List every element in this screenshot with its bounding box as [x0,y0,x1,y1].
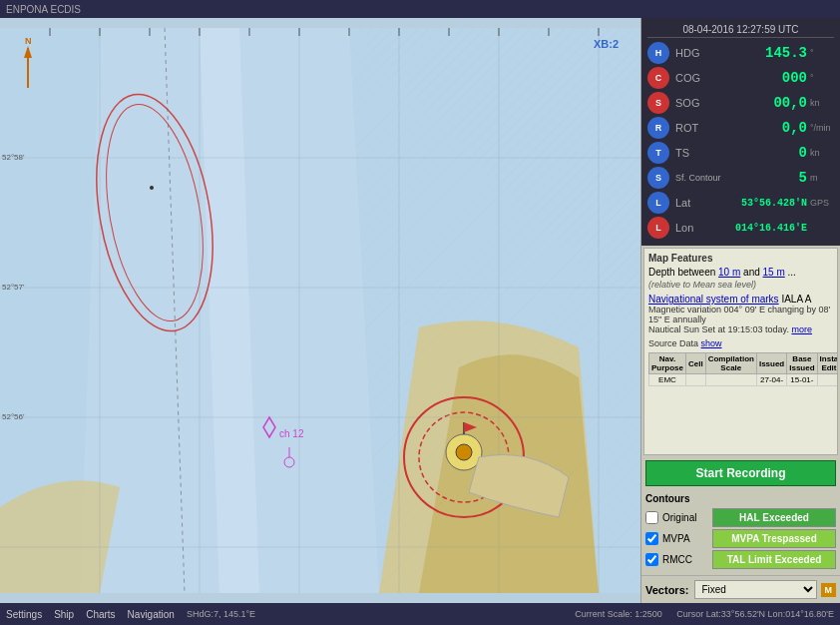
bottom-bar: Settings Ship Charts Navigation SHdG:7, … [0,603,840,625]
map-area[interactable]: N XB:2 ch 12 52°58' 52°57' [0,18,640,603]
main-area: N XB:2 ch 12 52°58' 52°57' [0,18,840,603]
relative-text: (relative to Mean sea level) [648,280,833,290]
sog-row: S SOG 00,0 kn [647,92,834,114]
lat-value: 53°56.428'N [735,198,807,209]
hdg-row: H HDG 145.3 ° [647,42,834,64]
cog-row: C COG 000 ° [647,67,834,89]
rot-unit: °/min [810,123,834,133]
mvpa-row: MVPA MVPA Trespassed [645,529,836,548]
rot-value: 0,0 [735,120,807,136]
sog-unit: kn [810,98,834,108]
svg-point-37 [456,444,472,460]
depth-from-link[interactable]: 10 m [718,267,740,278]
hdg-icon: H [647,42,669,64]
menu-navigation[interactable]: Navigation [128,609,175,620]
nav-label-link[interactable]: Navigational system of marks [648,294,779,305]
nav-variation: Magnetic variation 004° 09' E changing b… [648,305,833,324]
rmcc-checkbox[interactable] [645,553,658,566]
lat-unit: GPS [810,198,834,208]
col-cell: Cell [686,353,706,374]
lon-value: 014°16.416'E [735,223,807,234]
table-row: EMC 27-04- 15-01- [649,374,839,386]
current-scale: Current Scale: 1:2500 [575,609,662,619]
cursor-position: Cursor Lat:33°56.52'N Lon:014°16.80'E [676,609,834,619]
vectors-select[interactable]: Fixed [694,580,816,599]
col-base-issued: BaseIssued [787,353,817,374]
svg-text:N: N [25,36,32,46]
original-label: Original [662,512,712,523]
depth-line: Depth between 10 m and 15 m ... [648,267,833,278]
depth-to-link[interactable]: 15 m [763,267,785,278]
map-features-title: Map Features [648,253,833,264]
heading-status: SHdG:7, 145.1°E [187,609,255,620]
title-bar: ENPONA ECDIS [0,0,840,18]
datetime-display: 08-04-2016 12:27:59 UTC [647,22,834,38]
start-recording-button[interactable]: Start Recording [645,460,836,486]
nav-section: Navigational system of marks IALA A Magn… [648,294,833,334]
svg-text:52°57': 52°57' [2,283,25,292]
original-row: Original HAL Exceeded [645,508,836,527]
sfc-unit: m [810,173,834,183]
lat-icon: L [647,192,669,214]
sog-label: SOG [675,97,735,109]
rot-label: ROT [675,122,735,134]
right-panel: 08-04-2016 12:27:59 UTC H HDG 145.3 ° C … [640,18,840,603]
menu-settings[interactable]: Settings [6,609,42,620]
col-nav-purpose: Nav.Purpose [649,353,686,374]
mvpa-checkbox[interactable] [645,532,658,545]
lon-icon: L [647,217,669,239]
sfc-row: S Sf. Contour 5 m [647,167,834,189]
mvpa-label: MVPA [662,533,712,544]
instrument-panel: 08-04-2016 12:27:59 UTC H HDG 145.3 ° C … [641,18,840,246]
hdg-unit: ° [810,48,834,58]
sog-icon: S [647,92,669,114]
cog-value: 000 [735,70,807,86]
bottom-left: Settings Ship Charts Navigation SHdG:7, … [6,609,255,620]
ts-value: 0 [735,145,807,161]
sfc-icon: S [647,167,669,189]
tal-limit-button[interactable]: TAL Limit Exceeded [712,550,836,569]
vectors-m-icon: M [821,583,837,597]
lon-label: Lon [675,222,735,234]
app-title: ENPONA ECDIS [6,4,81,15]
more-link[interactable]: more [791,324,812,334]
contours-label: Contours [645,493,836,504]
nautical-chart: N XB:2 ch 12 52°58' 52°57' [0,18,640,603]
ts-label: TS [675,147,735,159]
menu-charts[interactable]: Charts [86,609,115,620]
hal-exceeded-button[interactable]: HAL Exceeded [712,508,836,527]
contours-section: Contours Original HAL Exceeded MVPA MVPA… [641,489,840,575]
nav-value: IALA A [781,294,811,305]
ts-unit: kn [810,148,834,158]
ts-icon: T [647,142,669,164]
sog-value: 00,0 [735,95,807,111]
mvpa-trespassed-button[interactable]: MVPA Trespassed [712,529,836,548]
ts-row: T TS 0 kn [647,142,834,164]
vectors-label: Vectors: [645,584,688,596]
cog-label: COG [675,72,735,84]
hdg-label: HDG [675,47,735,59]
compilation-table: Nav.Purpose Cell CompilationScale Issued… [648,352,838,386]
lat-label: Lat [675,197,735,209]
vectors-row: Vectors: Fixed M [641,575,840,603]
cog-icon: C [647,67,669,89]
rmcc-label: RMCC [662,554,712,565]
svg-text:52°58': 52°58' [2,153,25,162]
map-features-panel: Map Features Depth between 10 m and 15 m… [643,248,838,455]
rot-icon: R [647,117,669,139]
lat-row: L Lat 53°56.428'N GPS [647,192,834,214]
menu-ship[interactable]: Ship [54,609,74,620]
sun-text: Nautical Sun Set at 19:15:03 today. more [648,324,833,334]
status-info: Current Scale: 1:2500 Cursor Lat:33°56.5… [575,609,834,619]
original-checkbox[interactable] [645,511,658,524]
svg-text:ch 12: ch 12 [279,428,304,439]
sfc-value: 5 [745,170,807,186]
source-show-link[interactable]: show [701,338,722,348]
col-issued: Issued [756,353,786,374]
rot-row: R ROT 0,0 °/min [647,117,834,139]
lon-row: L Lon 014°16.416'E [647,217,834,239]
hdg-value: 145.3 [735,45,807,61]
source-data-section: Source Data show [648,338,833,348]
cog-unit: ° [810,73,834,83]
sfc-label: Sf. Contour [675,173,745,183]
